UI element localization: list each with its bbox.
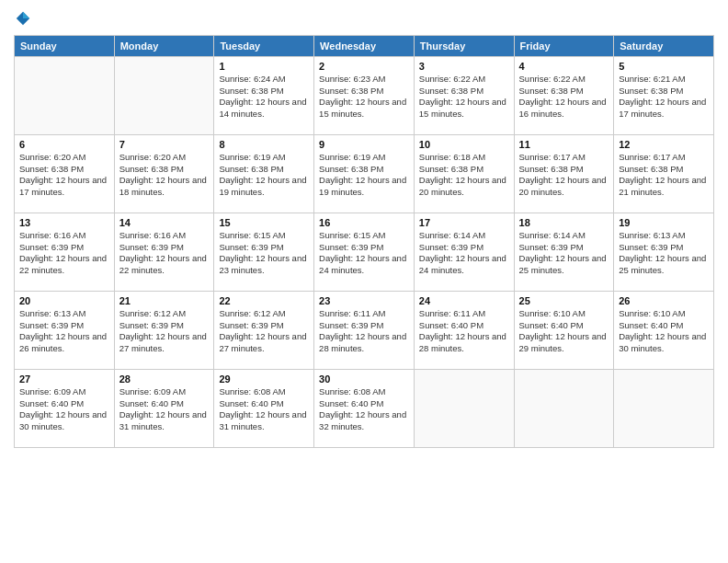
day-info: Sunrise: 6:09 AM Sunset: 6:40 PM Dayligh… — [119, 386, 210, 433]
calendar-cell: 17Sunrise: 6:14 AM Sunset: 6:39 PM Dayli… — [414, 213, 514, 291]
calendar-cell: 20Sunrise: 6:13 AM Sunset: 6:39 PM Dayli… — [15, 291, 115, 369]
calendar-cell: 18Sunrise: 6:14 AM Sunset: 6:39 PM Dayli… — [514, 213, 614, 291]
calendar-week-row: 27Sunrise: 6:09 AM Sunset: 6:40 PM Dayli… — [15, 369, 714, 447]
day-info: Sunrise: 6:11 AM Sunset: 6:40 PM Dayligh… — [419, 308, 509, 355]
calendar-cell: 5Sunrise: 6:21 AM Sunset: 6:38 PM Daylig… — [614, 56, 714, 134]
calendar-cell — [15, 56, 115, 134]
calendar-cell: 25Sunrise: 6:10 AM Sunset: 6:40 PM Dayli… — [514, 291, 614, 369]
day-number: 24 — [419, 295, 509, 306]
day-number: 19 — [619, 217, 709, 228]
day-info: Sunrise: 6:10 AM Sunset: 6:40 PM Dayligh… — [519, 308, 609, 355]
calendar-cell: 11Sunrise: 6:17 AM Sunset: 6:38 PM Dayli… — [514, 134, 614, 213]
day-number: 18 — [519, 217, 609, 228]
calendar-header-wednesday: Wednesday — [314, 35, 415, 56]
calendar-week-row: 13Sunrise: 6:16 AM Sunset: 6:39 PM Dayli… — [15, 213, 714, 291]
calendar-week-row: 1Sunrise: 6:24 AM Sunset: 6:38 PM Daylig… — [15, 56, 714, 134]
calendar-cell: 22Sunrise: 6:12 AM Sunset: 6:39 PM Dayli… — [214, 291, 314, 369]
day-number: 14 — [119, 217, 210, 228]
day-number: 5 — [619, 61, 709, 72]
day-info: Sunrise: 6:23 AM Sunset: 6:38 PM Dayligh… — [319, 74, 409, 121]
calendar-header-friday: Friday — [514, 35, 614, 56]
day-info: Sunrise: 6:15 AM Sunset: 6:39 PM Dayligh… — [319, 230, 409, 277]
day-number: 20 — [19, 295, 109, 306]
day-number: 22 — [219, 295, 309, 306]
day-number: 7 — [119, 139, 210, 150]
day-info: Sunrise: 6:18 AM Sunset: 6:38 PM Dayligh… — [419, 152, 509, 199]
day-number: 21 — [119, 295, 210, 306]
calendar-header-sunday: Sunday — [15, 35, 115, 56]
calendar-week-row: 20Sunrise: 6:13 AM Sunset: 6:39 PM Dayli… — [15, 291, 714, 369]
calendar-cell: 21Sunrise: 6:12 AM Sunset: 6:39 PM Dayli… — [114, 291, 214, 369]
day-number: 4 — [519, 61, 609, 72]
day-info: Sunrise: 6:12 AM Sunset: 6:39 PM Dayligh… — [219, 308, 309, 355]
calendar-week-row: 6Sunrise: 6:20 AM Sunset: 6:38 PM Daylig… — [15, 134, 714, 213]
calendar-cell: 7Sunrise: 6:20 AM Sunset: 6:38 PM Daylig… — [114, 134, 214, 213]
day-info: Sunrise: 6:15 AM Sunset: 6:39 PM Dayligh… — [219, 230, 309, 277]
day-number: 16 — [319, 217, 409, 228]
calendar-cell: 27Sunrise: 6:09 AM Sunset: 6:40 PM Dayli… — [15, 369, 115, 447]
day-number: 6 — [19, 139, 109, 150]
day-info: Sunrise: 6:09 AM Sunset: 6:40 PM Dayligh… — [19, 386, 109, 433]
day-info: Sunrise: 6:10 AM Sunset: 6:40 PM Dayligh… — [619, 308, 709, 355]
calendar-cell: 4Sunrise: 6:22 AM Sunset: 6:38 PM Daylig… — [514, 56, 614, 134]
logo — [14, 9, 31, 28]
calendar-cell: 16Sunrise: 6:15 AM Sunset: 6:39 PM Dayli… — [314, 213, 415, 291]
page: SundayMondayTuesdayWednesdayThursdayFrid… — [0, 0, 728, 563]
day-number: 13 — [19, 217, 109, 228]
day-info: Sunrise: 6:16 AM Sunset: 6:39 PM Dayligh… — [19, 230, 109, 277]
day-number: 9 — [319, 139, 409, 150]
calendar-cell: 23Sunrise: 6:11 AM Sunset: 6:39 PM Dayli… — [314, 291, 415, 369]
calendar-header-row: SundayMondayTuesdayWednesdayThursdayFrid… — [15, 35, 714, 56]
day-info: Sunrise: 6:20 AM Sunset: 6:38 PM Dayligh… — [119, 152, 210, 199]
day-number: 2 — [319, 61, 409, 72]
day-info: Sunrise: 6:17 AM Sunset: 6:38 PM Dayligh… — [519, 152, 609, 199]
day-info: Sunrise: 6:13 AM Sunset: 6:39 PM Dayligh… — [619, 230, 709, 277]
calendar-cell — [114, 56, 214, 134]
calendar-cell: 24Sunrise: 6:11 AM Sunset: 6:40 PM Dayli… — [414, 291, 514, 369]
calendar-cell — [414, 369, 514, 447]
day-number: 11 — [519, 139, 609, 150]
calendar-cell: 8Sunrise: 6:19 AM Sunset: 6:38 PM Daylig… — [214, 134, 314, 213]
calendar-header-saturday: Saturday — [614, 35, 714, 56]
day-info: Sunrise: 6:14 AM Sunset: 6:39 PM Dayligh… — [519, 230, 609, 277]
day-number: 23 — [319, 295, 409, 306]
logo-icon — [15, 10, 31, 27]
calendar-cell: 13Sunrise: 6:16 AM Sunset: 6:39 PM Dayli… — [15, 213, 115, 291]
calendar-cell: 19Sunrise: 6:13 AM Sunset: 6:39 PM Dayli… — [614, 213, 714, 291]
day-info: Sunrise: 6:08 AM Sunset: 6:40 PM Dayligh… — [219, 386, 309, 433]
day-number: 3 — [419, 61, 509, 72]
day-info: Sunrise: 6:19 AM Sunset: 6:38 PM Dayligh… — [219, 152, 309, 199]
day-number: 8 — [219, 139, 309, 150]
calendar-cell: 15Sunrise: 6:15 AM Sunset: 6:39 PM Dayli… — [214, 213, 314, 291]
day-info: Sunrise: 6:17 AM Sunset: 6:38 PM Dayligh… — [619, 152, 709, 199]
day-info: Sunrise: 6:16 AM Sunset: 6:39 PM Dayligh… — [119, 230, 210, 277]
day-info: Sunrise: 6:12 AM Sunset: 6:39 PM Dayligh… — [119, 308, 210, 355]
calendar-header-monday: Monday — [114, 35, 214, 56]
day-info: Sunrise: 6:20 AM Sunset: 6:38 PM Dayligh… — [19, 152, 109, 199]
calendar-cell: 30Sunrise: 6:08 AM Sunset: 6:40 PM Dayli… — [314, 369, 415, 447]
calendar-cell: 1Sunrise: 6:24 AM Sunset: 6:38 PM Daylig… — [214, 56, 314, 134]
day-number: 15 — [219, 217, 309, 228]
day-info: Sunrise: 6:24 AM Sunset: 6:38 PM Dayligh… — [219, 74, 309, 121]
day-number: 10 — [419, 139, 509, 150]
day-info: Sunrise: 6:19 AM Sunset: 6:38 PM Dayligh… — [319, 152, 409, 199]
day-number: 26 — [619, 295, 709, 306]
calendar-header-thursday: Thursday — [414, 35, 514, 56]
day-number: 25 — [519, 295, 609, 306]
day-number: 28 — [119, 373, 210, 385]
calendar-cell — [514, 369, 614, 447]
calendar-cell: 14Sunrise: 6:16 AM Sunset: 6:39 PM Dayli… — [114, 213, 214, 291]
calendar-cell: 10Sunrise: 6:18 AM Sunset: 6:38 PM Dayli… — [414, 134, 514, 213]
calendar-cell: 3Sunrise: 6:22 AM Sunset: 6:38 PM Daylig… — [414, 56, 514, 134]
day-info: Sunrise: 6:08 AM Sunset: 6:40 PM Dayligh… — [319, 386, 409, 433]
day-info: Sunrise: 6:22 AM Sunset: 6:38 PM Dayligh… — [419, 74, 509, 121]
calendar-header-tuesday: Tuesday — [214, 35, 314, 56]
header — [14, 9, 714, 28]
day-info: Sunrise: 6:21 AM Sunset: 6:38 PM Dayligh… — [619, 74, 709, 121]
day-info: Sunrise: 6:22 AM Sunset: 6:38 PM Dayligh… — [519, 74, 609, 121]
day-number: 17 — [419, 217, 509, 228]
calendar-cell: 9Sunrise: 6:19 AM Sunset: 6:38 PM Daylig… — [314, 134, 415, 213]
calendar-cell: 12Sunrise: 6:17 AM Sunset: 6:38 PM Dayli… — [614, 134, 714, 213]
logo-text — [14, 9, 31, 28]
calendar-cell — [614, 369, 714, 447]
